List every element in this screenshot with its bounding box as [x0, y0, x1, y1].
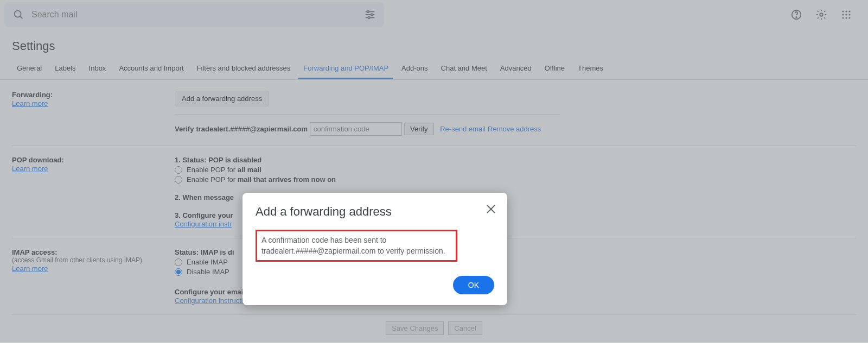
- modal-title: Add a forwarding address: [256, 205, 494, 219]
- forwarding-modal: Add a forwarding address A confirmation …: [242, 193, 507, 305]
- confirmation-message: A confirmation code has been sent to tra…: [261, 235, 451, 257]
- close-icon[interactable]: [484, 203, 497, 216]
- ok-button[interactable]: OK: [453, 276, 494, 294]
- confirmation-message-box: A confirmation code has been sent to tra…: [256, 230, 457, 262]
